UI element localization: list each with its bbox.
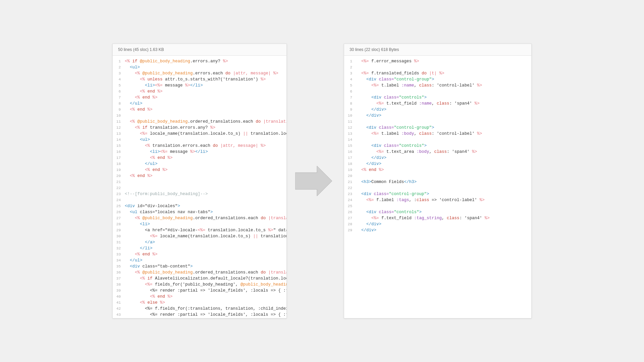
table-row: 15 <% translation.errors.each do |attr, … xyxy=(113,143,286,149)
line-content: <% if translation.errors.any? %> xyxy=(125,125,286,131)
table-row: 9 </div> xyxy=(344,107,531,113)
line-number: 27 xyxy=(113,215,125,221)
line-number: 23 xyxy=(113,191,125,197)
table-row: 28 <li> xyxy=(113,221,286,227)
table-row: 19 <% end %> xyxy=(113,167,286,173)
line-content: <%= f.translated_fields do |t| %> xyxy=(356,70,531,76)
line-number: 9 xyxy=(113,107,125,113)
line-content: <%= locale_name(translation.locale.to_s)… xyxy=(125,131,286,137)
line-content: <% end %> xyxy=(356,167,531,173)
table-row: 5 <%= t.label :name, class: 'control-lab… xyxy=(344,82,531,88)
line-content: </div> xyxy=(356,221,531,227)
line-content: <%= t.label :name, class: 'control-label… xyxy=(356,82,531,88)
table-row: 11 xyxy=(344,119,531,125)
line-number: 2 xyxy=(344,64,356,70)
line-number: 15 xyxy=(113,143,125,149)
line-number: 12 xyxy=(344,125,356,131)
line-content: </div> xyxy=(356,113,531,119)
right-arrow-icon xyxy=(295,166,332,196)
right-code-panel: 30 lines (22 sloc) 618 Bytes 1 <%= f.err… xyxy=(344,44,532,318)
table-row: 38 <%= fields_for('public_body_heading',… xyxy=(113,282,286,288)
main-container: 50 lines (45 sloc) 1.63 KB 1<% if @publi… xyxy=(0,0,644,362)
line-number: 22 xyxy=(113,185,125,191)
left-code-panel: 50 lines (45 sloc) 1.63 KB 1<% if @publi… xyxy=(112,44,287,318)
line-content: <% end %> xyxy=(125,251,286,257)
line-number: 8 xyxy=(344,101,356,107)
line-content: </div> xyxy=(356,227,531,233)
line-content: <% end %> xyxy=(125,294,286,300)
line-number: 37 xyxy=(113,276,125,282)
line-number: 18 xyxy=(344,161,356,167)
table-row: 13 <%= t.label :body, class: 'control-la… xyxy=(344,131,531,137)
line-number: 22 xyxy=(344,185,356,191)
line-number: 20 xyxy=(113,173,125,179)
line-number: 7 xyxy=(113,95,125,101)
table-row: 29 <a href="#div-locale-<%= translation.… xyxy=(113,227,286,233)
line-number: 16 xyxy=(113,149,125,155)
line-content: </div> xyxy=(356,161,531,167)
table-row: 29 </div> xyxy=(344,227,531,233)
table-row: 2 xyxy=(344,64,531,70)
right-code-body: 1 <%= f.error_messages %>23 <%= f.transl… xyxy=(344,56,531,317)
table-row: 41 <% else %> xyxy=(113,300,286,306)
table-row: 24 xyxy=(113,197,286,203)
line-number: 1 xyxy=(344,58,356,64)
line-number: 16 xyxy=(344,149,356,155)
line-number: 6 xyxy=(344,88,356,95)
line-number: 43 xyxy=(113,312,125,317)
line-content: <%= f.text_field :tag_string, class: 'sp… xyxy=(356,215,531,221)
table-row: 12 <% if translation.errors.any? %> xyxy=(113,125,286,131)
line-content: </div> xyxy=(356,107,531,113)
line-number: 38 xyxy=(113,282,125,288)
table-row: 32 </li> xyxy=(113,245,286,251)
line-content: <h3>Common Fields</h3> xyxy=(356,179,531,185)
table-row: 27 <% @public_body_heading.ordered_trans… xyxy=(113,215,286,221)
table-row: 24 <%= f.label :tags, :class => 'control… xyxy=(344,197,531,203)
line-content: <li> xyxy=(125,221,286,227)
line-number: 36 xyxy=(113,269,125,276)
table-row: 15 <div class="controls"> xyxy=(344,143,531,149)
line-content: <% translation.errors.each do |attr, mes… xyxy=(125,143,286,149)
line-number: 18 xyxy=(113,161,125,167)
line-number: 19 xyxy=(344,167,356,173)
table-row: 37 <% if AlaveteliLocalization.default_l… xyxy=(113,276,286,282)
line-number: 33 xyxy=(113,251,125,257)
line-content: <div class="tab-content"> xyxy=(125,263,286,269)
line-content: <% end %> xyxy=(125,173,286,179)
line-number: 39 xyxy=(113,288,125,294)
table-row: 14 <ul> xyxy=(113,137,286,143)
line-number: 25 xyxy=(113,203,125,209)
line-content: </ul> xyxy=(125,161,286,167)
line-content: </a> xyxy=(125,239,286,245)
line-content: <%= fields_for('public_body_heading', @p… xyxy=(125,282,286,288)
table-row: 1<% if @public_body_heading.errors.any? … xyxy=(113,58,286,64)
line-content: <li><%= message %></li> xyxy=(125,82,286,88)
table-row: 9 <% end %> xyxy=(113,107,286,113)
line-content: <li><%= message %></li> xyxy=(125,149,286,155)
table-row: 43 <%= render :partial => 'locale_fields… xyxy=(113,312,286,317)
table-row: 25<div id="div-locales"> xyxy=(113,203,286,209)
line-content: <div class="controls"> xyxy=(356,143,531,149)
line-number: 14 xyxy=(344,137,356,143)
line-content: <% end %> xyxy=(125,95,286,101)
table-row: 25 xyxy=(344,203,531,209)
line-content: <% end %> xyxy=(125,167,286,173)
line-number: 5 xyxy=(113,82,125,88)
table-row: 8 <%= t.text_field :name, class: 'span4'… xyxy=(344,101,531,107)
line-content: </li> xyxy=(125,245,286,251)
table-row: 34 </ul> xyxy=(113,257,286,263)
line-number: 27 xyxy=(344,215,356,221)
line-content: <!--[form:public_body_heading]--> xyxy=(125,191,286,197)
left-header-text: 50 lines (45 sloc) 1.63 KB xyxy=(118,47,164,52)
table-row: 13 <%= locale_name(translation.locale.to… xyxy=(113,131,286,137)
line-number: 11 xyxy=(113,119,125,125)
line-content: <% end %> xyxy=(125,155,286,161)
line-number: 11 xyxy=(344,119,356,125)
line-content: <% unless attr.to_s.starts_with?('transl… xyxy=(125,76,286,82)
line-number: 9 xyxy=(344,107,356,113)
table-row: 23 <div class="control-group"> xyxy=(344,191,531,197)
table-row: 6 <% end %> xyxy=(113,88,286,95)
line-number: 34 xyxy=(113,257,125,263)
line-number: 15 xyxy=(344,143,356,149)
line-number: 40 xyxy=(113,294,125,300)
